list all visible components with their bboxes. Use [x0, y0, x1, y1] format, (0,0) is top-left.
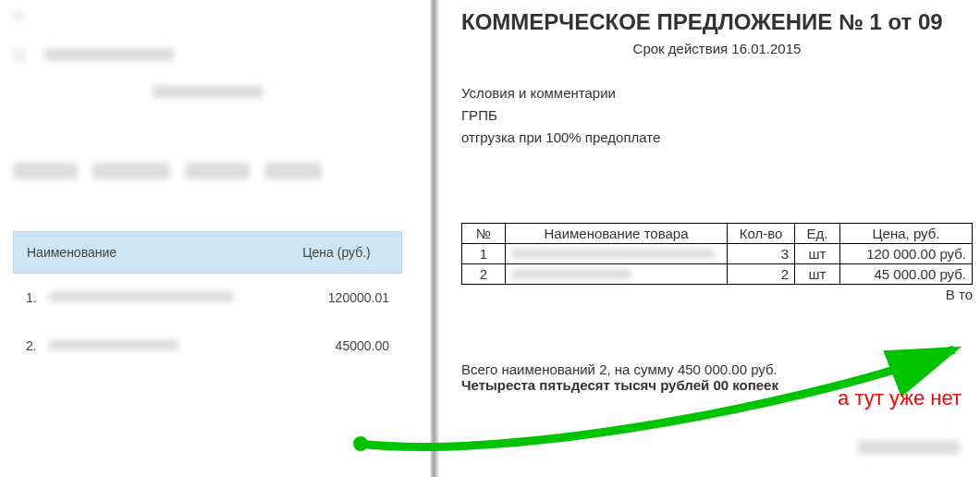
th-unit: Ед.: [795, 224, 840, 244]
item-price: 45000.00: [289, 338, 389, 353]
doc-subtitle: Срок действия 16.01.2015: [461, 41, 973, 56]
summary-mid: 2, на сумму 450 000.00 руб.: [599, 361, 778, 377]
left-table-header: Наименование Цена (руб.): [13, 231, 402, 274]
item-price: 120000.01: [289, 290, 389, 305]
item-index: 2.: [26, 338, 49, 353]
th-qty: Кол-во: [728, 224, 795, 244]
table-row: 2 2 шт 45 000.00 руб.: [462, 264, 973, 285]
list-item[interactable]: 1. 120000.01: [13, 274, 402, 322]
doc-title: КОММЕРЧЕСКОЕ ПРЕДЛОЖЕНИЕ № 1 от 09: [461, 9, 973, 35]
summary-prefix: Всего наименований: [461, 361, 599, 377]
annotation-text: а тут уже нет: [838, 386, 962, 410]
th-price: Цена, руб.: [840, 224, 973, 244]
conditions-line: отгрузка при 100% предоплате: [461, 127, 973, 149]
quote-table: № Наименование товара Кол-во Ед. Цена, р…: [461, 223, 973, 285]
conditions-line: ГРПБ: [461, 104, 973, 127]
th-name: Наименование товара: [506, 224, 728, 244]
item-index: 1.: [26, 290, 49, 305]
header-price: Цена (руб.): [286, 245, 387, 260]
table-row: 1 3 шт 120 000.00 руб.: [462, 244, 973, 264]
th-no: №: [462, 224, 506, 244]
signature-blur: [858, 440, 960, 455]
header-name: Наименование: [27, 245, 286, 260]
panel-divider: [430, 0, 439, 477]
conditions-label: Условия и комментарии: [461, 82, 973, 104]
list-item[interactable]: 2. 45000.00: [13, 322, 402, 370]
subtotal-line: В то: [461, 287, 973, 302]
left-panel: Наименование Цена (руб.) 1. 120000.01 2.…: [0, 0, 430, 477]
